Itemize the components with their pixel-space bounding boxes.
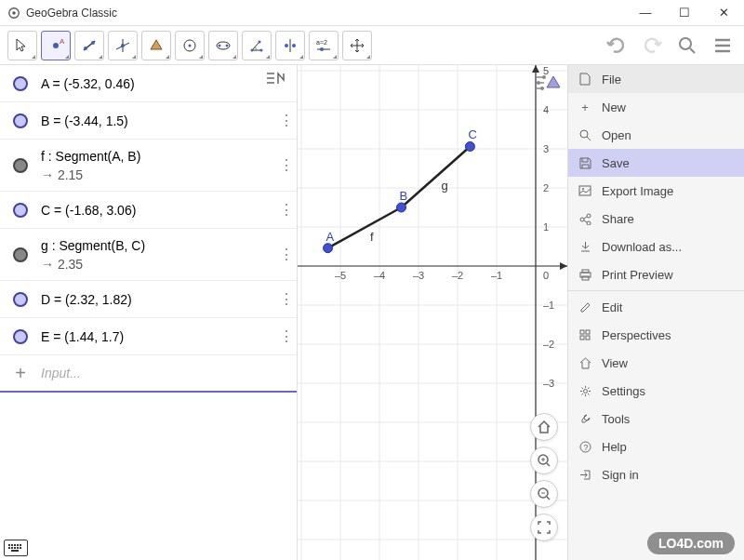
svg-rect-108 — [8, 544, 10, 546]
visibility-toggle[interactable] — [13, 113, 28, 128]
menu-item-help[interactable]: ?Help — [568, 433, 744, 460]
menu-item-tools[interactable]: Tools — [568, 405, 744, 433]
tool-circle[interactable] — [175, 31, 205, 60]
algebra-row-f[interactable]: f : Segment(A, B) → 2.15 ⋮ — [0, 140, 297, 192]
titlebar: GeoGebra Classic ― ☐ ✕ — [0, 0, 744, 26]
tool-angle[interactable] — [242, 31, 272, 60]
tool-pointer[interactable] — [7, 31, 37, 60]
minimize-button[interactable]: ― — [632, 6, 658, 20]
menu-label: File — [602, 73, 621, 87]
tool-perpendicular[interactable] — [108, 31, 138, 60]
svg-point-94 — [580, 218, 584, 221]
menu-item-perspectives[interactable]: Perspectives — [568, 321, 744, 349]
graphics-settings-button[interactable] — [534, 71, 562, 95]
algebra-row-A[interactable]: A = (-5.32, 0.46) — [0, 65, 297, 102]
menu-item-open[interactable]: Open — [568, 121, 744, 149]
svg-point-15 — [226, 44, 229, 47]
menu-item-signin[interactable]: Sign in — [568, 460, 744, 488]
fullscreen-button[interactable] — [530, 513, 558, 541]
zoom-out-button[interactable] — [530, 480, 558, 508]
tool-ellipse[interactable] — [208, 31, 238, 60]
tool-move-view[interactable] — [342, 31, 372, 60]
svg-line-87 — [547, 497, 550, 500]
undo-button[interactable] — [603, 32, 631, 60]
algebra-panel: A = (-5.32, 0.46) B = (-3.44, 1.5) ⋮ f :… — [0, 65, 298, 560]
tool-polygon[interactable] — [141, 31, 171, 60]
menu-item-new[interactable]: +New — [568, 93, 744, 121]
menu-label: Help — [602, 440, 627, 454]
algebra-row-E[interactable]: E = (1.44, 1.7) ⋮ — [0, 318, 297, 355]
svg-rect-104 — [586, 336, 590, 340]
graphics-view[interactable]: –5–4–3–2–1–5–4–3–2–1123450fgABC — [298, 65, 567, 560]
row-menu-icon[interactable]: ⋮ — [276, 290, 297, 308]
object-definition: f : Segment(A, B) — [41, 149, 276, 164]
menu-item-export-image[interactable]: Export Image — [568, 177, 744, 205]
svg-rect-102 — [586, 330, 590, 334]
tool-line[interactable] — [74, 31, 104, 60]
window-controls: ― ☐ ✕ — [632, 6, 737, 20]
svg-text:–3: –3 — [413, 270, 424, 281]
row-menu-icon[interactable]: ⋮ — [276, 201, 297, 219]
svg-point-78 — [542, 75, 546, 79]
svg-text:–3: –3 — [543, 378, 554, 389]
row-menu-icon[interactable]: ⋮ — [276, 327, 297, 345]
svg-text:A: A — [326, 230, 335, 244]
menu-button[interactable] — [709, 32, 737, 60]
svg-point-12 — [189, 44, 192, 47]
object-definition: g : Segment(B, C) — [41, 238, 276, 253]
svg-marker-10 — [151, 40, 162, 49]
close-button[interactable]: ✕ — [711, 6, 737, 20]
zoom-in-button[interactable] — [530, 447, 558, 474]
menu-item-download[interactable]: Download as... — [568, 233, 744, 260]
row-menu-icon[interactable]: ⋮ — [276, 156, 297, 174]
visibility-toggle[interactable] — [13, 203, 28, 218]
row-menu-icon[interactable]: ⋮ — [276, 246, 297, 263]
algebra-row-g[interactable]: g : Segment(B, C) → 2.35 ⋮ — [0, 229, 297, 281]
svg-point-25 — [680, 38, 691, 49]
visibility-toggle[interactable] — [13, 329, 28, 344]
menu-item-share[interactable]: Share — [568, 205, 744, 233]
svg-text:–1: –1 — [491, 270, 502, 281]
visibility-toggle[interactable] — [13, 158, 28, 173]
input-row[interactable]: + Input... — [0, 355, 297, 393]
svg-point-5 — [84, 47, 87, 50]
row-menu-icon[interactable]: ⋮ — [276, 112, 297, 129]
svg-rect-114 — [11, 547, 13, 549]
svg-point-14 — [219, 44, 221, 47]
menu-item-settings[interactable]: Settings — [568, 377, 744, 405]
tool-slider[interactable]: a=2 — [309, 31, 339, 60]
svg-point-74 — [397, 203, 406, 212]
algebra-row-D[interactable]: D = (2.32, 1.82) ⋮ — [0, 281, 297, 318]
image-icon — [578, 183, 592, 198]
input-field[interactable]: Input... — [41, 366, 297, 380]
search-icon — [578, 127, 592, 142]
svg-point-95 — [587, 221, 591, 225]
virtual-keyboard-button[interactable] — [4, 540, 28, 556]
tool-reflect[interactable] — [275, 31, 305, 60]
svg-text:g: g — [441, 179, 447, 193]
menu-header-file[interactable]: File — [568, 65, 744, 93]
menu-label: Settings — [602, 384, 645, 398]
sort-button[interactable] — [261, 69, 293, 89]
menu-item-print[interactable]: Print Preview — [568, 260, 744, 288]
menu-item-edit[interactable]: Edit — [568, 293, 744, 321]
svg-rect-115 — [14, 547, 16, 549]
help-icon: ? — [578, 439, 592, 454]
menu-label: Sign in — [602, 468, 639, 482]
algebra-row-B[interactable]: B = (-3.44, 1.5) ⋮ — [0, 102, 297, 140]
svg-rect-101 — [580, 330, 584, 334]
search-button[interactable] — [673, 32, 701, 60]
visibility-toggle[interactable] — [13, 247, 28, 262]
menu-item-save[interactable]: Save — [568, 149, 744, 177]
maximize-button[interactable]: ☐ — [671, 6, 698, 20]
svg-line-26 — [690, 48, 695, 53]
home-button[interactable] — [530, 413, 558, 441]
menu-item-view[interactable]: View — [568, 349, 744, 377]
svg-text:0: 0 — [543, 270, 549, 281]
algebra-row-C[interactable]: C = (-1.68, 3.06) ⋮ — [0, 192, 297, 229]
tool-point[interactable]: A — [41, 31, 71, 60]
visibility-toggle[interactable] — [13, 292, 28, 307]
svg-text:f: f — [370, 230, 374, 244]
redo-button[interactable] — [638, 32, 666, 60]
visibility-toggle[interactable] — [13, 76, 28, 91]
